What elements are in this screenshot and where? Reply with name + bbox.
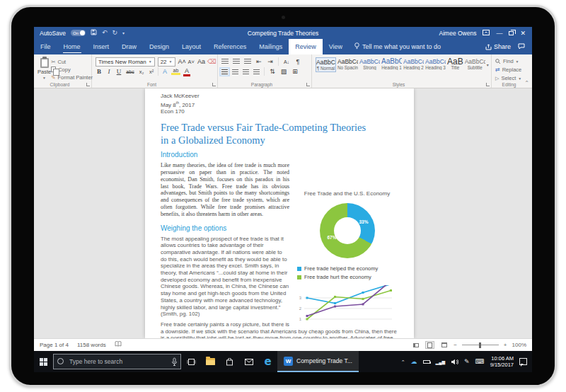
font-size-combo[interactable]: 22▼ [158,57,175,67]
font-dialog-launcher[interactable] [212,83,216,86]
underline-button[interactable]: U [115,68,122,75]
strikethrough-button[interactable]: abc [125,69,135,74]
word-taskbar-button[interactable]: W Competing Trade T... [277,351,359,372]
collapse-ribbon-icon[interactable]: ⌃ [524,80,529,86]
autosave-toggle[interactable]: On [71,30,86,36]
volume-icon[interactable] [451,355,458,368]
justify-button[interactable] [253,69,260,74]
borders-button[interactable]: ⊞ [291,68,299,75]
tab-file[interactable]: File [34,39,57,54]
font-color-button[interactable]: A [183,67,190,76]
edge-icon[interactable]: e [258,351,277,372]
network-signal-icon[interactable]: ▂▄▆ [436,359,445,364]
file-explorer-icon[interactable] [201,351,220,372]
mail-icon[interactable] [239,351,258,372]
web-layout-button[interactable] [439,341,449,349]
tab-layout[interactable]: Layout [175,39,207,54]
increase-indent-button[interactable]: ⇥ [267,58,274,65]
minimize-button[interactable]: — [496,30,502,37]
pen-icon[interactable]: ✎ [464,359,470,365]
redo-icon[interactable]: ↻ [112,30,117,36]
clear-formatting-icon[interactable]: ⌫ [207,58,214,65]
styles-dialog-launcher[interactable] [486,83,490,86]
qat-customize-icon[interactable]: ▾ [122,31,125,35]
battery-icon[interactable] [423,360,430,364]
tab-review[interactable]: Review [289,39,323,54]
grow-font-button[interactable]: A˄ [178,58,185,65]
zoom-slider-knob[interactable] [479,342,481,348]
tab-home[interactable]: Home [57,39,87,54]
paste-button[interactable]: Paste ▼ [37,57,51,81]
bullets-button[interactable] [221,59,229,65]
undo-icon[interactable]: ↶ [102,30,108,36]
proofing-icon[interactable] [115,341,122,349]
onedrive-cloud-icon[interactable]: ☁ [411,359,417,365]
search-input[interactable] [53,354,181,369]
touch-keyboard-icon[interactable]: ⌨ [475,359,485,365]
mic-icon[interactable] [171,357,178,369]
tab-mailings[interactable]: Mailings [253,39,289,54]
tab-design[interactable]: Design [143,39,175,54]
replace-button[interactable]: ⇄Replace [495,66,529,74]
align-right-button[interactable] [243,69,249,74]
style-strong[interactable]: AaBbCcDStrong [359,57,380,72]
print-layout-button[interactable] [425,341,434,349]
ribbon-display-options-icon[interactable] [483,30,490,37]
decrease-indent-button[interactable]: ⇤ [255,58,262,65]
clipboard-dialog-launcher[interactable] [86,83,90,86]
sort-button[interactable]: A↓ [283,59,290,64]
shading-button[interactable]: ▨ [280,68,287,75]
font-name-combo[interactable]: Times New Roman▼ [96,57,155,67]
save-icon[interactable] [91,29,97,37]
style-heading3[interactable]: AaBbCcDHeading 3 [425,57,446,72]
subscript-button[interactable]: x₂ [138,69,145,75]
read-mode-button[interactable] [411,341,420,349]
line-spacing-button[interactable]: ⇅ [269,68,276,75]
tell-me-box[interactable]: Tell me what you want to do [349,39,446,54]
copy-button[interactable]: Copy [51,66,93,73]
share-button[interactable]: Share [485,43,511,50]
style-subtitle[interactable]: AaBbCcDSubtitle [465,57,485,72]
cut-button[interactable]: ✂Cut [51,58,93,65]
multilevel-list-button[interactable] [244,59,251,65]
task-view-button[interactable] [182,351,201,372]
tab-view[interactable]: View [323,39,349,54]
superscript-button[interactable]: x² [148,69,155,75]
document-page[interactable]: Jack McKeever May 8th, 2017 Econ 170 Fre… [145,88,414,338]
store-icon[interactable] [220,351,239,372]
paragraph-dialog-launcher[interactable] [306,83,310,86]
style-heading2[interactable]: AaBbCcCHeading 2 [403,57,424,72]
show-marks-button[interactable]: ¶ [294,58,301,65]
tab-draw[interactable]: Draw [115,39,143,54]
close-button[interactable]: ✕ [520,30,526,37]
style-no-spacing[interactable]: AaBbCcDdNo Spacing [337,57,358,72]
align-left-button[interactable] [221,69,228,74]
text-effects-button[interactable]: A [161,68,168,75]
restore-button[interactable] [509,31,514,35]
style-title[interactable]: AaBTitle [447,57,463,72]
shrink-font-button[interactable]: A˅ [188,59,195,65]
select-button[interactable]: ▷Select▼ [495,74,529,82]
start-button[interactable] [34,351,52,372]
style-normal[interactable]: AaBbCcD¶ Normal [316,57,336,72]
styles-gallery-more-button[interactable]: ▾ [487,57,489,72]
page-indicator[interactable]: Page 1 of 4 [40,342,69,348]
zoom-in-button[interactable]: + [504,342,507,348]
align-center-button[interactable] [232,69,238,74]
style-heading1[interactable]: AaBbCHeading 1 [381,57,402,72]
tab-insert[interactable]: Insert [87,39,116,54]
word-count[interactable]: 1158 words [77,342,106,348]
numbering-button[interactable] [233,59,240,65]
zoom-out-button[interactable]: − [454,342,457,348]
clock[interactable]: 10:06 AM 9/15/2017 [490,355,514,368]
zoom-slider[interactable] [462,345,499,345]
find-button[interactable]: Find▼ [495,57,529,65]
action-center-icon[interactable] [519,358,527,365]
italic-button[interactable]: I [105,68,112,75]
change-case-button[interactable]: Aa [197,58,204,65]
zoom-level[interactable]: 100% [512,342,526,348]
tab-references[interactable]: References [207,39,253,54]
tray-chevron-icon[interactable]: ⌃ [401,359,405,364]
highlight-button[interactable]: ab [171,68,180,75]
user-name[interactable]: Aimee Owens [439,30,477,37]
